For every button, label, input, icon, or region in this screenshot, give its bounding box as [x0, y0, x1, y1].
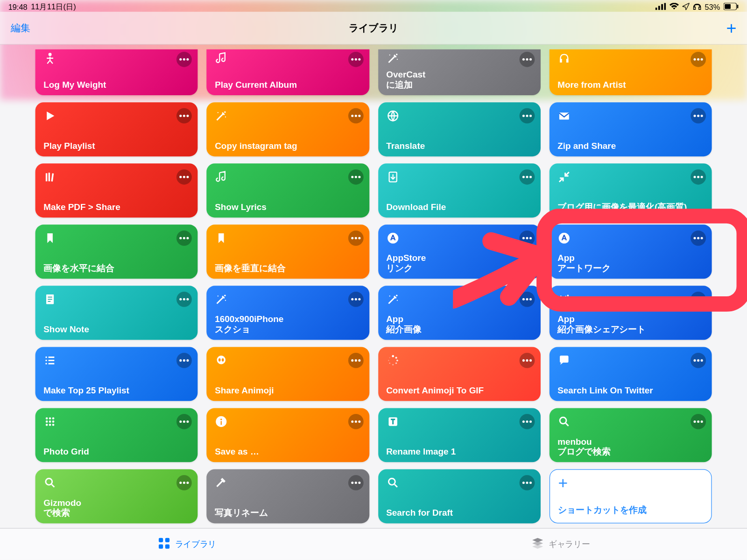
shortcut-tile[interactable]: Search for Draft	[378, 469, 541, 523]
more-button[interactable]	[348, 231, 363, 246]
shortcut-label: Copy instagram tag	[215, 140, 361, 151]
more-button[interactable]	[691, 353, 706, 368]
svg-point-31	[222, 358, 224, 362]
create-shortcut-tile[interactable]: +ショートカットを作成	[550, 469, 712, 523]
shortcut-tile[interactable]: Zip and Share	[550, 102, 712, 156]
more-button[interactable]	[519, 414, 535, 429]
shortcut-tile[interactable]: menbou ブログで検索	[550, 408, 712, 462]
shortcut-tile[interactable]: App 紹介画像シェアシート	[550, 286, 712, 340]
svg-point-33	[395, 357, 397, 359]
svg-point-7	[49, 53, 52, 56]
shortcut-tile[interactable]: ブログ用に画像を最適化(高画質)	[550, 163, 712, 217]
more-button[interactable]	[348, 52, 363, 67]
more-button[interactable]	[691, 292, 706, 307]
more-button[interactable]	[519, 169, 535, 185]
bookmark-icon	[215, 231, 361, 245]
more-button[interactable]	[691, 108, 706, 124]
svg-rect-57	[158, 538, 162, 542]
bookmark-icon	[43, 231, 190, 245]
more-button[interactable]	[519, 353, 535, 368]
shortcut-tile[interactable]: Save as …	[207, 408, 369, 462]
wand-icon	[386, 293, 532, 306]
status-time: 19:48	[8, 3, 28, 12]
shortcut-tile[interactable]: Play Current Album	[207, 49, 369, 95]
shortcut-tile[interactable]: Show Note	[35, 286, 198, 340]
play-icon	[43, 109, 190, 122]
more-button[interactable]	[348, 292, 363, 307]
battery-percent: 53%	[705, 3, 720, 12]
shortcut-tile[interactable]: App アートワーク	[550, 224, 712, 279]
shortcut-tile[interactable]: 1600x900iPhone スクショ	[207, 286, 369, 340]
grid-icon	[43, 415, 190, 428]
more-button[interactable]	[519, 108, 535, 124]
shortcut-tile[interactable]: Download File	[378, 163, 541, 217]
svg-point-24	[389, 295, 390, 296]
more-button[interactable]	[176, 231, 192, 246]
tab-gallery[interactable]: ギャラリー	[531, 537, 590, 552]
shortcut-tile[interactable]: Copy instagram tag	[207, 102, 369, 156]
more-button[interactable]	[176, 353, 192, 368]
navigation-bar: 編集 ライブラリ +	[0, 12, 747, 45]
shortcut-tile[interactable]: Search Link On Twitter	[550, 347, 712, 401]
shortcut-tile[interactable]: Rename Image 1	[378, 408, 541, 462]
shortcut-tile[interactable]: Log My Weight	[35, 49, 198, 95]
person-icon	[43, 52, 190, 65]
more-button[interactable]	[176, 475, 192, 490]
edit-button[interactable]: 編集	[11, 21, 31, 35]
shortcut-tile[interactable]: AppStore リンク	[378, 224, 541, 279]
note-icon	[43, 293, 190, 306]
more-button[interactable]	[519, 292, 535, 307]
svg-point-35	[395, 363, 396, 364]
more-button[interactable]	[691, 169, 706, 185]
more-button[interactable]	[691, 52, 706, 67]
tab-gallery-label: ギャラリー	[549, 539, 590, 550]
shortcut-tile[interactable]: 写真リネーム	[207, 469, 369, 523]
more-button[interactable]	[176, 414, 192, 429]
shortcut-tile[interactable]: Play Playlist	[35, 102, 198, 156]
more-button[interactable]	[348, 475, 363, 490]
shortcut-label: App 紹介画像シェアシート	[557, 314, 704, 334]
shortcut-label: More from Artist	[557, 79, 704, 90]
more-button[interactable]	[176, 292, 192, 307]
shortcut-tile[interactable]: More from Artist	[550, 49, 712, 95]
more-button[interactable]	[519, 231, 535, 246]
shortcut-tile[interactable]: 画像を垂直に結合	[207, 224, 369, 279]
more-button[interactable]	[348, 353, 363, 368]
more-button[interactable]	[176, 169, 192, 185]
svg-point-47	[49, 424, 51, 426]
svg-point-46	[46, 424, 48, 426]
svg-point-42	[52, 417, 55, 420]
more-button[interactable]	[176, 52, 192, 67]
shortcut-tile[interactable]: Make PDF > Share	[35, 163, 198, 217]
shortcut-label: Share Animoji	[215, 385, 361, 395]
more-button[interactable]	[519, 475, 535, 490]
more-button[interactable]	[519, 52, 535, 67]
shortcut-tile[interactable]: Translate	[378, 102, 541, 156]
svg-rect-60	[165, 545, 169, 549]
tab-library[interactable]: ライブラリ	[157, 537, 216, 552]
wifi-icon	[669, 3, 679, 12]
shortcut-label: Rename Image 1	[386, 446, 532, 456]
shortcut-tile[interactable]: Convert Animoji To GIF	[378, 347, 541, 401]
shortcut-tile[interactable]: 画像を水平に結合	[35, 224, 198, 279]
more-button[interactable]	[348, 414, 363, 429]
more-button[interactable]	[176, 108, 192, 124]
more-button[interactable]	[348, 108, 363, 124]
more-button[interactable]	[691, 414, 706, 429]
music-icon	[215, 52, 361, 65]
shortcut-tile[interactable]: Share Animoji	[207, 347, 369, 401]
shortcut-tile[interactable]: Make Top 25 Playlist	[35, 347, 198, 401]
shortcut-tile[interactable]: App 紹介画像	[378, 286, 541, 340]
wand-icon	[215, 293, 361, 306]
search-icon	[43, 476, 190, 490]
shortcut-label: App アートワーク	[557, 252, 704, 273]
shortcut-tile[interactable]: Gizmodo で検索	[35, 469, 198, 523]
more-button[interactable]	[348, 169, 363, 185]
shortcut-tile[interactable]: Photo Grid	[35, 408, 198, 462]
shortcut-label: Save as …	[215, 446, 361, 456]
shortcut-tile[interactable]: Show Lyrics	[207, 163, 369, 217]
add-button[interactable]: +	[726, 19, 736, 37]
tab-library-label: ライブラリ	[175, 539, 216, 550]
shortcut-tile[interactable]: OverCast に追加	[378, 49, 541, 95]
more-button[interactable]	[691, 231, 706, 246]
